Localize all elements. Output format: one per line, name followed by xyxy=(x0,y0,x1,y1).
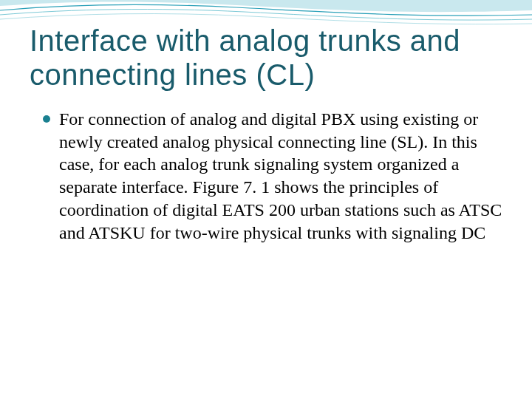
bullet-item: For connection of analog and digital PBX… xyxy=(43,108,502,244)
slide-title: Interface with analog trunks and connect… xyxy=(30,24,502,92)
slide-content: Interface with analog trunks and connect… xyxy=(0,0,532,244)
bullet-dot-icon xyxy=(43,115,50,123)
bullet-text: For connection of analog and digital PBX… xyxy=(59,108,502,244)
